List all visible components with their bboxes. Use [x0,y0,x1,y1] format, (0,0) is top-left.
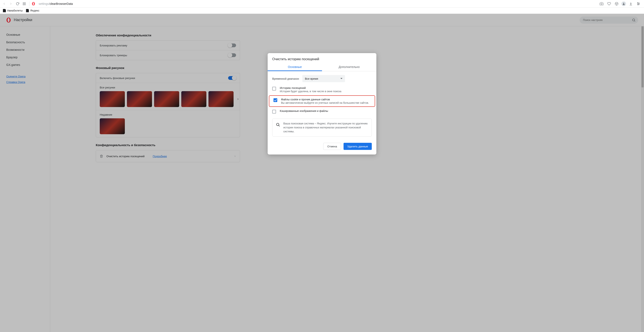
bookmark-label: Авиабилеты [7,9,22,12]
opera-logo-icon [32,2,35,6]
bookmark-label: Яндекс [30,9,39,12]
check-cache-row[interactable]: Кэшированные изображения и файлы [268,107,376,116]
time-range-row: Временной диапазон Все время [268,71,376,84]
toolbar-separator [29,2,30,6]
time-range-value: Все время [305,77,318,80]
time-range-select[interactable]: Все время [302,75,345,82]
profile-avatar[interactable] [622,2,626,6]
nav-back-button[interactable] [1,1,7,7]
downloads-icon[interactable] [628,1,634,6]
modal-actions: Отмена Удалить данные [268,138,376,154]
svg-line-21 [279,126,280,126]
cancel-button[interactable]: Отмена [323,143,341,150]
check-cookies-title: Файлы cookie и прочие данные сайтов [281,98,369,101]
check-cookies-row[interactable]: Файлы cookie и прочие данные сайтов Вы а… [269,95,375,107]
check-history-checkbox[interactable] [272,87,276,90]
modal-tabs: Основные Дополнительно [268,63,376,71]
url-path: clearBrowserData [50,2,73,6]
svg-point-15 [638,4,638,5]
check-history-row[interactable]: Историю посещений История будет удалена,… [268,84,376,95]
svg-rect-0 [23,2,24,4]
address-bar[interactable]: settings/clearBrowserData [38,2,598,6]
url-prefix: settings/ [39,2,50,6]
tab-advanced[interactable]: Дополнительно [322,63,376,71]
confirm-delete-button[interactable]: Удалить данные [344,143,372,150]
search-engine-info: Ваша поисковая система – Яндекс. Изучите… [272,118,372,136]
check-history-title: Историю посещений [280,86,342,90]
time-range-label: Временной диапазон [272,77,299,80]
snapshot-icon[interactable] [599,1,604,6]
browser-toolbar: settings/clearBrowserData [0,0,644,8]
nav-forward-button[interactable] [8,1,14,7]
cube-icon[interactable] [614,1,619,6]
bookmark-item[interactable]: Яндекс [26,9,39,12]
settings-page: Настройки Основные Безопасность Возможно… [0,14,644,332]
heart-icon[interactable] [606,1,612,6]
svg-point-9 [623,3,624,4]
check-cache-checkbox[interactable] [272,110,276,114]
file-icon [26,9,29,12]
svg-point-7 [601,3,602,4]
easy-setup-icon[interactable] [636,1,641,6]
search-icon [276,122,280,127]
tab-basic[interactable]: Основные [268,63,322,71]
svg-point-6 [33,2,34,5]
chevron-down-icon [340,78,342,80]
check-cookies-sub: Вы автоматически выйдете из учетных запи… [281,102,369,104]
toolbar-right-icons [599,1,643,6]
bookmark-item[interactable]: Авиабилеты [3,9,22,12]
svg-point-14 [639,3,640,4]
check-cookies-checkbox[interactable] [274,98,277,102]
svg-rect-3 [24,4,26,5]
file-icon [3,9,6,12]
clear-data-modal: Очистить историю посещений Основные Допо… [268,53,376,154]
check-history-sub: История будет удалена, в том числе в окн… [280,90,342,93]
search-engine-info-text: Ваша поисковая система – Яндекс. Изучите… [283,122,368,134]
svg-point-20 [276,123,279,126]
modal-title: Очистить историю посещений [268,53,376,63]
svg-point-13 [638,2,638,3]
bookmarks-bar: Авиабилеты Яндекс [0,8,644,14]
tab-indicator [268,70,322,71]
check-cache-title: Кэшированные изображения и файлы [280,109,328,112]
svg-rect-2 [23,4,24,5]
reload-button[interactable] [15,1,20,7]
extensions-button[interactable] [21,1,27,7]
svg-rect-1 [24,2,26,4]
